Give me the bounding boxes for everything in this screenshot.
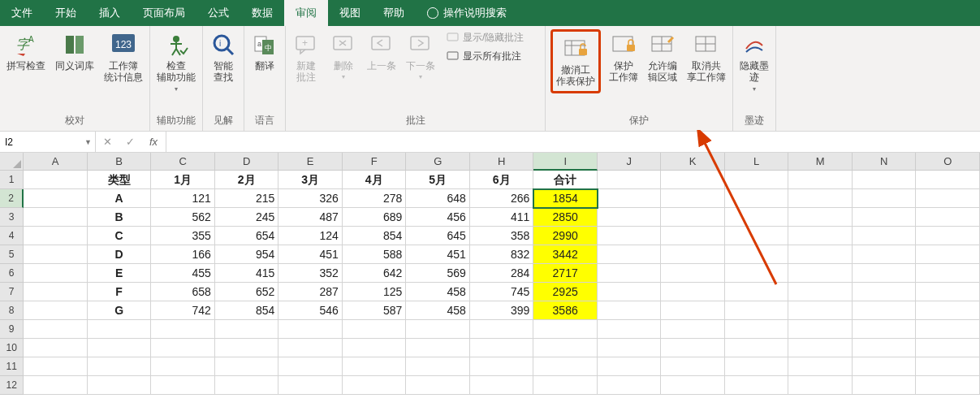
cell-A12[interactable] xyxy=(24,376,88,395)
tab-layout[interactable]: 页面布局 xyxy=(132,0,196,26)
cell-E7[interactable]: 287 xyxy=(278,283,343,301)
cell-D2[interactable]: 215 xyxy=(215,189,279,208)
cell-M1[interactable] xyxy=(788,171,853,189)
cell-E5[interactable]: 451 xyxy=(278,245,343,264)
row-header-4[interactable]: 4 xyxy=(0,227,24,245)
column-header-K[interactable]: K xyxy=(661,153,725,171)
tab-data[interactable]: 数据 xyxy=(240,0,284,26)
column-header-L[interactable]: L xyxy=(725,153,789,171)
cell-J6[interactable] xyxy=(598,264,662,283)
cell-C6[interactable]: 455 xyxy=(151,264,215,283)
cell-L11[interactable] xyxy=(725,357,789,376)
cell-O7[interactable] xyxy=(916,283,980,301)
unprotect-sheet-button[interactable]: 撤消工 作表保护 xyxy=(555,33,597,89)
cell-O10[interactable] xyxy=(916,339,980,357)
cell-L8[interactable] xyxy=(725,301,789,320)
cell-D8[interactable]: 854 xyxy=(215,301,279,320)
cell-I11[interactable] xyxy=(533,357,598,376)
cell-B8[interactable]: G xyxy=(88,301,152,320)
cell-C12[interactable] xyxy=(151,376,215,395)
cell-G11[interactable] xyxy=(406,357,470,376)
cell-L4[interactable] xyxy=(725,227,789,245)
cell-O3[interactable] xyxy=(916,208,980,227)
cell-B2[interactable]: A xyxy=(88,189,152,208)
enter-formula-button[interactable]: ✓ xyxy=(119,136,141,148)
protect-workbook-button[interactable]: 保护 工作簿 xyxy=(607,29,640,85)
column-header-G[interactable]: G xyxy=(406,153,470,171)
column-header-O[interactable]: O xyxy=(916,153,980,171)
cell-F8[interactable]: 587 xyxy=(343,301,407,320)
cell-J4[interactable] xyxy=(598,227,662,245)
column-header-J[interactable]: J xyxy=(598,153,662,171)
tab-review[interactable]: 审阅 xyxy=(284,0,328,26)
show-hide-comment-button[interactable]: 显示/隐藏批注 xyxy=(443,29,527,46)
cell-I8[interactable]: 3586 xyxy=(533,301,598,320)
cell-B3[interactable]: B xyxy=(88,208,152,227)
column-header-I[interactable]: I xyxy=(533,153,598,171)
cell-K9[interactable] xyxy=(661,320,725,339)
cell-F9[interactable] xyxy=(343,320,407,339)
cell-B5[interactable]: D xyxy=(88,245,152,264)
cell-J5[interactable] xyxy=(598,245,662,264)
check-accessibility-button[interactable]: 检查 辅助功能 ▾ xyxy=(155,29,197,94)
column-header-C[interactable]: C xyxy=(151,153,215,171)
column-header-F[interactable]: F xyxy=(343,153,407,171)
cancel-formula-button[interactable]: ✕ xyxy=(96,136,119,148)
cell-D6[interactable]: 415 xyxy=(215,264,279,283)
smart-lookup-button[interactable]: i 智能 查找 xyxy=(208,29,239,85)
cell-I4[interactable]: 2990 xyxy=(533,227,598,245)
cell-G8[interactable]: 458 xyxy=(406,301,470,320)
cell-N2[interactable] xyxy=(853,189,917,208)
cell-I7[interactable]: 2925 xyxy=(533,283,598,301)
cell-D1[interactable]: 2月 xyxy=(215,171,279,189)
cell-D4[interactable]: 654 xyxy=(215,227,279,245)
tell-me[interactable]: 操作说明搜索 xyxy=(416,0,518,26)
cell-G10[interactable] xyxy=(406,339,470,357)
cell-B11[interactable] xyxy=(88,357,152,376)
cell-K2[interactable] xyxy=(661,189,725,208)
show-all-comments-button[interactable]: 显示所有批注 xyxy=(443,48,527,65)
cell-O2[interactable] xyxy=(916,189,980,208)
column-header-B[interactable]: B xyxy=(88,153,152,171)
cell-K10[interactable] xyxy=(661,339,725,357)
tab-file[interactable]: 文件 xyxy=(0,0,44,26)
cell-L9[interactable] xyxy=(725,320,789,339)
cell-M11[interactable] xyxy=(788,357,853,376)
cell-O12[interactable] xyxy=(916,376,980,395)
cell-N7[interactable] xyxy=(853,283,917,301)
cell-D9[interactable] xyxy=(215,320,279,339)
row-header-10[interactable]: 10 xyxy=(0,339,24,357)
cell-J11[interactable] xyxy=(598,357,662,376)
cell-G7[interactable]: 458 xyxy=(406,283,470,301)
cell-N11[interactable] xyxy=(853,357,917,376)
cell-K1[interactable] xyxy=(661,171,725,189)
cell-J12[interactable] xyxy=(598,376,662,395)
row-header-6[interactable]: 6 xyxy=(0,264,24,283)
prev-comment-button[interactable]: 上一条 xyxy=(365,29,398,73)
cell-E12[interactable] xyxy=(278,376,343,395)
cell-K12[interactable] xyxy=(661,376,725,395)
cell-M6[interactable] xyxy=(788,264,853,283)
row-header-9[interactable]: 9 xyxy=(0,320,24,339)
cell-D12[interactable] xyxy=(215,376,279,395)
cell-O11[interactable] xyxy=(916,357,980,376)
unshare-workbook-button[interactable]: 取消共 享工作簿 xyxy=(685,29,727,85)
cell-A2[interactable] xyxy=(24,189,88,208)
cell-N9[interactable] xyxy=(853,320,917,339)
cell-B6[interactable]: E xyxy=(88,264,152,283)
row-header-1[interactable]: 1 xyxy=(0,171,24,189)
cell-F5[interactable]: 588 xyxy=(343,245,407,264)
cell-M8[interactable] xyxy=(788,301,853,320)
cell-A1[interactable] xyxy=(24,171,88,189)
cell-C8[interactable]: 742 xyxy=(151,301,215,320)
cell-L7[interactable] xyxy=(725,283,789,301)
cell-B10[interactable] xyxy=(88,339,152,357)
cell-H5[interactable]: 832 xyxy=(470,245,534,264)
cell-J2[interactable] xyxy=(598,189,662,208)
cell-G3[interactable]: 456 xyxy=(406,208,470,227)
cell-J1[interactable] xyxy=(598,171,662,189)
next-comment-button[interactable]: 下一条 ▾ xyxy=(404,29,437,83)
cell-E3[interactable]: 487 xyxy=(278,208,343,227)
cell-B1[interactable]: 类型 xyxy=(88,171,152,189)
cell-A6[interactable] xyxy=(24,264,88,283)
